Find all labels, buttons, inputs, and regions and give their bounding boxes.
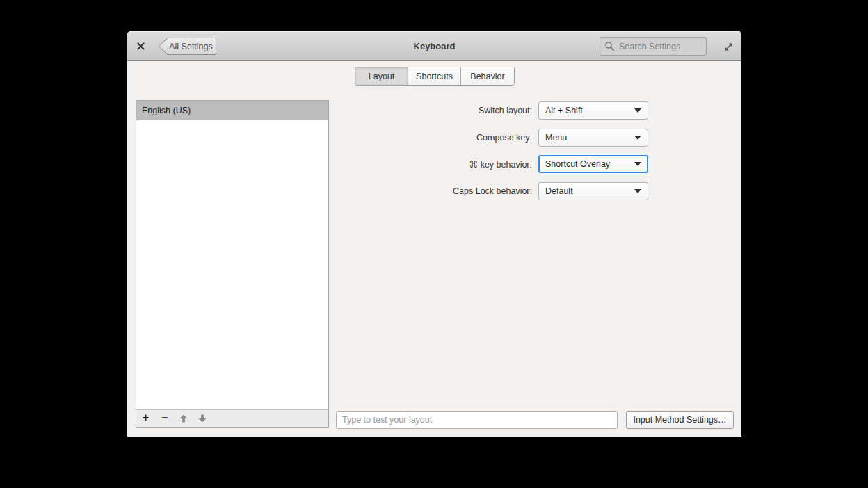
layout-list-toolbar: + − [136,409,328,427]
arrow-up-icon [179,414,188,423]
switch-layout-value: Alt + Shift [545,106,583,115]
search-input[interactable]: Search Settings [600,37,707,56]
search-placeholder: Search Settings [619,42,680,51]
plus-icon: + [143,412,149,424]
compose-key-value: Menu [545,133,567,143]
back-button-label: All Settings [169,42,213,51]
caret-down-icon [634,136,641,140]
caps-lock-behavior-row: Caps Lock behavior: Default [127,182,741,200]
input-method-settings-button[interactable]: Input Method Settings… [626,411,734,429]
add-layout-button[interactable]: + [136,410,155,427]
header-bar: All Settings Keyboard Search Settings [127,31,741,61]
cmd-key-behavior-label: ⌘ key behavior: [469,155,532,173]
maximize-button[interactable] [721,40,735,54]
tab-layout[interactable]: Layout [355,67,408,85]
switch-layout-label: Switch layout: [479,101,532,120]
layout-settings: Switch layout: Alt + Shift Compose key: … [127,101,741,209]
close-button[interactable] [134,38,147,54]
tab-behavior[interactable]: Behavior [461,67,514,85]
settings-window: All Settings Keyboard Search Settings [127,31,741,437]
caret-down-icon [634,189,641,193]
compose-key-label: Compose key: [476,129,532,147]
caps-lock-behavior-dropdown[interactable]: Default [538,182,648,200]
caps-lock-behavior-value: Default [545,186,573,196]
caps-lock-behavior-label: Caps Lock behavior: [453,182,532,200]
compose-key-dropdown[interactable]: Menu [538,129,648,147]
cmd-key-behavior-value: Shortcut Overlay [545,159,610,169]
input-method-settings-label: Input Method Settings… [633,415,726,425]
minus-icon: − [161,412,168,424]
arrow-down-icon [198,414,207,423]
test-layout-input[interactable]: Type to test your layout [336,411,618,429]
move-layout-down-button[interactable] [193,410,211,427]
close-icon [136,42,145,51]
caret-down-icon [634,162,641,166]
cmd-key-behavior-dropdown[interactable]: Shortcut Overlay [538,155,648,173]
remove-layout-button[interactable]: − [155,410,174,427]
caret-down-icon [634,108,641,113]
view-switcher: Layout Shortcuts Behavior [355,67,515,86]
all-settings-back-button[interactable]: All Settings [159,38,216,55]
search-icon [604,41,615,51]
switch-layout-row: Switch layout: Alt + Shift [127,101,741,120]
move-layout-up-button[interactable] [174,410,193,427]
back-button-face: All Settings [159,38,216,54]
tab-shortcuts[interactable]: Shortcuts [408,67,461,85]
compose-key-row: Compose key: Menu [127,129,741,147]
switch-layout-dropdown[interactable]: Alt + Shift [538,101,648,120]
diagonal-resize-icon [723,42,734,52]
test-layout-placeholder: Type to test your layout [342,415,432,425]
cmd-key-behavior-row: ⌘ key behavior: Shortcut Overlay [127,155,741,173]
